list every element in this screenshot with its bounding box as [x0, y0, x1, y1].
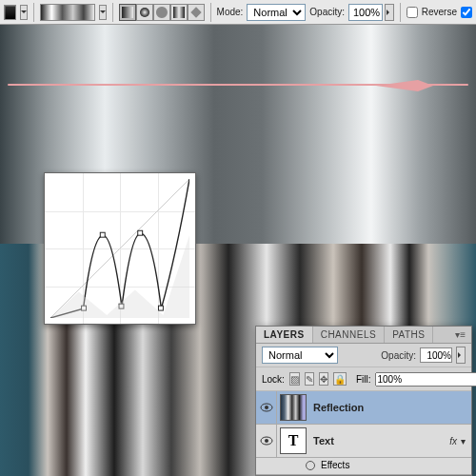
foreground-swatch[interactable] [4, 5, 16, 20]
reflected-gradient-button[interactable] [170, 4, 188, 21]
layer-opacity-flyout[interactable] [456, 347, 466, 364]
lock-all-icon[interactable]: 🔒 [333, 372, 347, 386]
layer-name[interactable]: Reflection [309, 402, 471, 413]
fx-badge[interactable]: fx [449, 436, 461, 446]
svg-rect-3 [190, 7, 201, 17]
svg-rect-2 [173, 7, 185, 18]
lock-label: Lock: [262, 374, 285, 385]
blend-mode-select[interactable]: Normal [247, 4, 306, 21]
visibility-toggle[interactable] [256, 391, 277, 424]
tab-paths[interactable]: PATHS [385, 327, 433, 343]
visibility-toggle[interactable] [256, 425, 277, 457]
divider [33, 3, 34, 22]
effects-label: Effects [321, 460, 349, 470]
layer-opacity-label: Opacity: [381, 350, 416, 361]
svg-point-13 [265, 439, 268, 443]
reverse-checkbox[interactable] [407, 7, 418, 18]
gradient-type-group [119, 4, 205, 21]
svg-point-11 [265, 406, 268, 409]
svg-rect-0 [122, 7, 133, 18]
layer-thumbnail[interactable]: T [280, 427, 307, 454]
reverse-label: Reverse [422, 7, 457, 17]
tool-preset-picker[interactable] [20, 5, 28, 20]
layer-blend-mode[interactable]: Normal [262, 347, 338, 364]
curves-dialog[interactable] [44, 172, 196, 325]
divider [400, 3, 401, 22]
layer-name[interactable]: Text [309, 435, 449, 446]
effects-visibility-icon[interactable] [306, 461, 315, 470]
dither-checkbox[interactable] [461, 7, 472, 18]
layer-opacity-input[interactable] [420, 347, 452, 363]
lock-pixels-icon[interactable]: ✎ [305, 372, 314, 386]
curves-plot[interactable] [50, 179, 189, 318]
lock-transparency-icon[interactable]: ▨ [289, 372, 300, 386]
fill-input[interactable] [375, 372, 476, 387]
radial-gradient-button[interactable] [136, 4, 153, 21]
layer-row-text[interactable]: T Text fx ▾ [256, 425, 471, 458]
fill-label: Fill: [356, 374, 371, 385]
svg-rect-8 [138, 230, 143, 235]
gradient-picker-arrow[interactable] [99, 5, 107, 20]
panel-menu-icon[interactable]: ▾≡ [449, 327, 471, 343]
fx-expand-icon[interactable]: ▾ [461, 436, 471, 446]
effects-row[interactable]: Effects [256, 458, 471, 475]
opacity-input[interactable] [348, 4, 383, 21]
opacity-label: Opacity: [309, 7, 345, 17]
layer-thumbnail[interactable] [280, 394, 307, 421]
svg-point-1 [140, 8, 149, 17]
svg-rect-6 [100, 232, 105, 237]
lock-position-icon[interactable]: ✥ [319, 372, 328, 386]
mode-label: Mode: [217, 7, 244, 17]
panel-tabs: LAYERS CHANNELS PATHS ▾≡ [256, 327, 471, 344]
angle-gradient-button[interactable] [153, 4, 170, 21]
svg-rect-9 [158, 306, 163, 310]
gradient-picker[interactable] [40, 4, 95, 21]
layers-panel: LAYERS CHANNELS PATHS ▾≡ Normal Opacity:… [255, 326, 472, 476]
divider [210, 3, 211, 22]
linear-gradient-button[interactable] [119, 4, 136, 21]
layer-row-reflection[interactable]: Reflection [256, 391, 471, 425]
tab-layers[interactable]: LAYERS [256, 327, 313, 343]
opacity-flyout[interactable] [385, 4, 394, 21]
gradient-arrowhead[interactable] [376, 74, 433, 97]
divider [112, 3, 113, 22]
gradient-options-bar: Mode: Normal Opacity: Reverse [0, 0, 476, 25]
tab-channels[interactable]: CHANNELS [313, 327, 385, 343]
diamond-gradient-button[interactable] [188, 4, 205, 21]
